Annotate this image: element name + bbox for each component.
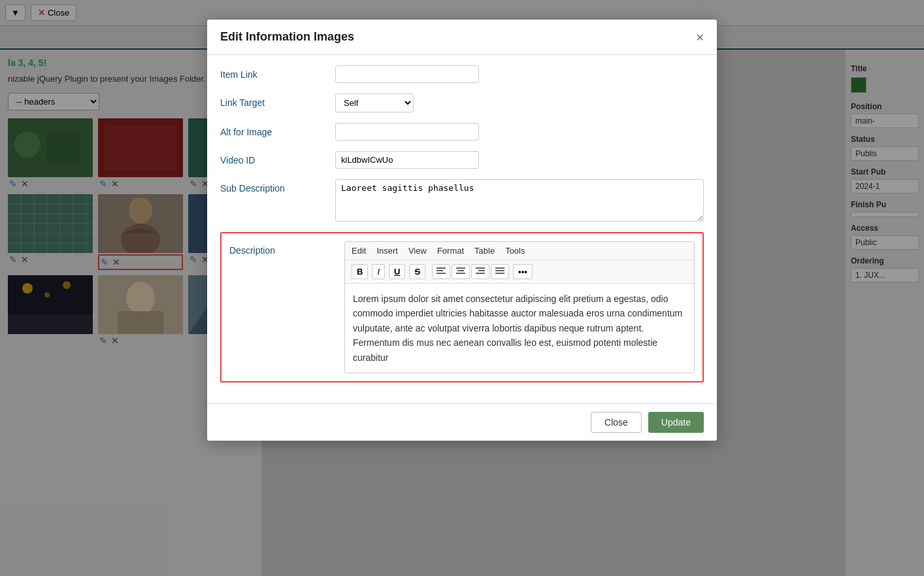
editor-menu-bar: Edit Insert View Format Table Tools bbox=[345, 242, 694, 260]
link-target-select[interactable]: Self _blank _parent _top bbox=[335, 93, 414, 112]
item-link-input[interactable] bbox=[335, 65, 479, 83]
strikethrough-button[interactable]: S bbox=[409, 264, 425, 279]
menu-insert[interactable]: Insert bbox=[376, 246, 398, 256]
modal-footer: Close Update bbox=[207, 403, 717, 441]
align-center-button[interactable] bbox=[452, 264, 470, 279]
editor-content[interactable]: Lorem ipsum dolor sit amet consectetur a… bbox=[345, 284, 694, 373]
modal-close-x-button[interactable]: × bbox=[696, 31, 704, 44]
alt-image-row: Alt for Image bbox=[220, 123, 704, 141]
align-left-button[interactable] bbox=[432, 264, 450, 279]
sub-desc-textarea[interactable]: Laoreet sagittis phasellus bbox=[335, 179, 704, 222]
modal-overlay: Edit Information Images × Item Link Link… bbox=[0, 0, 924, 576]
underline-button[interactable]: U bbox=[389, 264, 405, 279]
editor-container: Edit Insert View Format Table Tools B I … bbox=[344, 241, 695, 373]
video-id-row: Video ID bbox=[220, 151, 704, 169]
link-target-row: Link Target Self _blank _parent _top bbox=[220, 93, 704, 112]
italic-button[interactable]: I bbox=[372, 264, 385, 279]
align-justify-button[interactable] bbox=[491, 264, 509, 279]
description-section: Description Edit Insert View Format Tabl… bbox=[220, 232, 704, 382]
bold-button[interactable]: B bbox=[352, 264, 368, 279]
align-group bbox=[432, 264, 509, 279]
sub-desc-row: Sub Description Laoreet sagittis phasell… bbox=[220, 179, 704, 222]
modal-body: Item Link Link Target Self _blank _paren… bbox=[207, 55, 717, 403]
sub-desc-label: Sub Description bbox=[220, 179, 325, 194]
desc-label: Description bbox=[229, 241, 334, 256]
more-button[interactable]: ••• bbox=[513, 264, 533, 279]
menu-format[interactable]: Format bbox=[437, 246, 464, 256]
editor-toolbar: B I U S bbox=[345, 260, 694, 284]
menu-edit[interactable]: Edit bbox=[352, 246, 366, 256]
menu-table[interactable]: Table bbox=[474, 246, 495, 256]
align-right-button[interactable] bbox=[471, 264, 489, 279]
menu-view[interactable]: View bbox=[408, 246, 427, 256]
video-id-label: Video ID bbox=[220, 151, 325, 165]
modal-header: Edit Information Images × bbox=[207, 20, 717, 55]
modal-footer-update-button[interactable]: Update bbox=[648, 412, 704, 433]
modal-title: Edit Information Images bbox=[220, 30, 354, 44]
item-link-row: Item Link bbox=[220, 65, 704, 83]
menu-tools[interactable]: Tools bbox=[505, 246, 525, 256]
modal-footer-close-button[interactable]: Close bbox=[591, 412, 642, 433]
item-link-label: Item Link bbox=[220, 65, 325, 80]
modal-dialog: Edit Information Images × Item Link Link… bbox=[207, 20, 717, 441]
link-target-label: Link Target bbox=[220, 93, 325, 108]
alt-image-input[interactable] bbox=[335, 123, 479, 141]
video-id-input[interactable] bbox=[335, 151, 479, 169]
alt-image-label: Alt for Image bbox=[220, 123, 325, 137]
